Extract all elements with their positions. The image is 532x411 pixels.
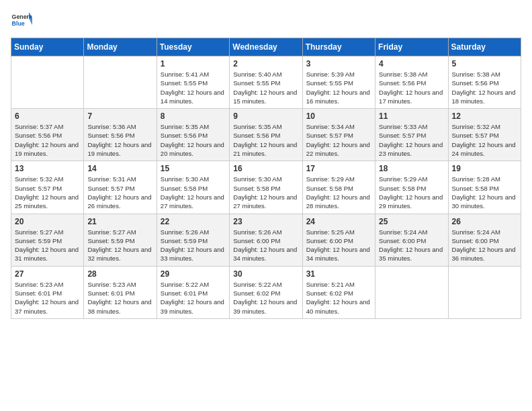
calendar-cell: 5Sunrise: 5:38 AMSunset: 5:56 PMDaylight… <box>448 56 521 109</box>
day-number: 21 <box>87 217 152 226</box>
calendar-week-row: 1Sunrise: 5:41 AMSunset: 5:55 PMDaylight… <box>11 56 521 109</box>
calendar-cell: 10Sunrise: 5:34 AMSunset: 5:57 PMDayligh… <box>302 109 375 161</box>
logo-icon: General Blue <box>11 11 32 30</box>
day-info: Sunrise: 5:24 AMSunset: 6:00 PMDaylight:… <box>379 228 444 263</box>
day-info: Sunrise: 5:27 AMSunset: 5:59 PMDaylight:… <box>15 228 80 263</box>
day-number: 22 <box>161 217 226 226</box>
calendar-cell: 16Sunrise: 5:30 AMSunset: 5:58 PMDayligh… <box>230 161 302 214</box>
calendar-cell: 20Sunrise: 5:27 AMSunset: 5:59 PMDayligh… <box>11 214 84 266</box>
day-number: 12 <box>452 111 517 121</box>
calendar-cell: 7Sunrise: 5:36 AMSunset: 5:56 PMDaylight… <box>84 109 157 161</box>
day-number: 4 <box>379 59 444 68</box>
column-header-tuesday: Tuesday <box>157 38 229 56</box>
day-number: 29 <box>161 269 226 279</box>
day-info: Sunrise: 5:23 AMSunset: 6:01 PMDaylight:… <box>15 280 80 316</box>
calendar-cell: 13Sunrise: 5:32 AMSunset: 5:57 PMDayligh… <box>11 161 84 214</box>
day-info: Sunrise: 5:24 AMSunset: 6:00 PMDaylight:… <box>452 228 517 263</box>
day-number: 1 <box>161 59 226 68</box>
day-info: Sunrise: 5:26 AMSunset: 6:00 PMDaylight:… <box>233 228 298 263</box>
day-info: Sunrise: 5:25 AMSunset: 6:00 PMDaylight:… <box>306 228 371 263</box>
day-number: 28 <box>87 269 152 279</box>
calendar-cell: 8Sunrise: 5:35 AMSunset: 5:56 PMDaylight… <box>157 109 229 161</box>
day-info: Sunrise: 5:27 AMSunset: 5:59 PMDaylight:… <box>87 228 152 263</box>
day-number: 15 <box>161 164 226 173</box>
logo: General Blue <box>11 11 32 30</box>
calendar-week-row: 20Sunrise: 5:27 AMSunset: 5:59 PMDayligh… <box>11 214 521 266</box>
day-info: Sunrise: 5:40 AMSunset: 5:55 PMDaylight:… <box>233 70 298 105</box>
calendar-table: SundayMondayTuesdayWednesdayThursdayFrid… <box>11 38 521 319</box>
day-info: Sunrise: 5:32 AMSunset: 5:57 PMDaylight:… <box>15 175 80 210</box>
day-info: Sunrise: 5:31 AMSunset: 5:57 PMDaylight:… <box>87 175 152 210</box>
day-number: 10 <box>306 111 371 121</box>
day-info: Sunrise: 5:41 AMSunset: 5:55 PMDaylight:… <box>161 70 226 105</box>
day-info: Sunrise: 5:33 AMSunset: 5:57 PMDaylight:… <box>379 122 444 158</box>
day-number: 9 <box>233 111 298 121</box>
calendar-week-row: 6Sunrise: 5:37 AMSunset: 5:56 PMDaylight… <box>11 109 521 161</box>
calendar-header-row: SundayMondayTuesdayWednesdayThursdayFrid… <box>11 38 521 56</box>
calendar-cell: 24Sunrise: 5:25 AMSunset: 6:00 PMDayligh… <box>302 214 375 266</box>
day-number: 25 <box>379 217 444 226</box>
page-header: General Blue <box>11 11 521 30</box>
day-number: 7 <box>87 111 152 121</box>
day-info: Sunrise: 5:30 AMSunset: 5:58 PMDaylight:… <box>233 175 298 210</box>
day-number: 26 <box>452 217 517 226</box>
calendar-cell <box>375 266 448 318</box>
calendar-cell: 3Sunrise: 5:39 AMSunset: 5:55 PMDaylight… <box>302 56 375 109</box>
day-info: Sunrise: 5:39 AMSunset: 5:55 PMDaylight:… <box>306 70 371 105</box>
calendar-cell: 30Sunrise: 5:22 AMSunset: 6:02 PMDayligh… <box>230 266 302 318</box>
calendar-cell: 18Sunrise: 5:29 AMSunset: 5:58 PMDayligh… <box>375 161 448 214</box>
calendar-cell: 21Sunrise: 5:27 AMSunset: 5:59 PMDayligh… <box>84 214 157 266</box>
day-info: Sunrise: 5:21 AMSunset: 6:02 PMDaylight:… <box>306 280 371 316</box>
calendar-cell: 6Sunrise: 5:37 AMSunset: 5:56 PMDaylight… <box>11 109 84 161</box>
calendar-cell: 2Sunrise: 5:40 AMSunset: 5:55 PMDaylight… <box>230 56 302 109</box>
calendar-cell: 11Sunrise: 5:33 AMSunset: 5:57 PMDayligh… <box>375 109 448 161</box>
calendar-cell: 28Sunrise: 5:23 AMSunset: 6:01 PMDayligh… <box>84 266 157 318</box>
calendar-week-row: 13Sunrise: 5:32 AMSunset: 5:57 PMDayligh… <box>11 161 521 214</box>
svg-marker-3 <box>29 19 32 26</box>
day-number: 16 <box>233 164 298 173</box>
day-info: Sunrise: 5:29 AMSunset: 5:58 PMDaylight:… <box>306 175 371 210</box>
calendar-cell: 4Sunrise: 5:38 AMSunset: 5:56 PMDaylight… <box>375 56 448 109</box>
calendar-cell <box>84 56 157 109</box>
day-info: Sunrise: 5:37 AMSunset: 5:56 PMDaylight:… <box>15 122 80 158</box>
calendar-cell: 9Sunrise: 5:35 AMSunset: 5:56 PMDaylight… <box>230 109 302 161</box>
day-number: 13 <box>15 164 80 173</box>
calendar-cell: 22Sunrise: 5:26 AMSunset: 5:59 PMDayligh… <box>157 214 229 266</box>
day-number: 3 <box>306 59 371 68</box>
column-header-saturday: Saturday <box>448 38 521 56</box>
day-info: Sunrise: 5:26 AMSunset: 5:59 PMDaylight:… <box>161 228 226 263</box>
day-number: 31 <box>306 269 371 279</box>
calendar-week-row: 27Sunrise: 5:23 AMSunset: 6:01 PMDayligh… <box>11 266 521 318</box>
calendar-cell: 25Sunrise: 5:24 AMSunset: 6:00 PMDayligh… <box>375 214 448 266</box>
day-number: 18 <box>379 164 444 173</box>
day-number: 20 <box>15 217 80 226</box>
day-number: 19 <box>452 164 517 173</box>
calendar-cell: 19Sunrise: 5:28 AMSunset: 5:58 PMDayligh… <box>448 161 521 214</box>
calendar-cell: 17Sunrise: 5:29 AMSunset: 5:58 PMDayligh… <box>302 161 375 214</box>
day-info: Sunrise: 5:23 AMSunset: 6:01 PMDaylight:… <box>87 280 152 316</box>
calendar-cell: 14Sunrise: 5:31 AMSunset: 5:57 PMDayligh… <box>84 161 157 214</box>
column-header-wednesday: Wednesday <box>230 38 302 56</box>
day-info: Sunrise: 5:38 AMSunset: 5:56 PMDaylight:… <box>379 70 444 105</box>
day-number: 30 <box>233 269 298 279</box>
day-info: Sunrise: 5:38 AMSunset: 5:56 PMDaylight:… <box>452 70 517 105</box>
calendar-cell: 23Sunrise: 5:26 AMSunset: 6:00 PMDayligh… <box>230 214 302 266</box>
day-info: Sunrise: 5:28 AMSunset: 5:58 PMDaylight:… <box>452 175 517 210</box>
day-info: Sunrise: 5:36 AMSunset: 5:56 PMDaylight:… <box>87 122 152 158</box>
calendar-cell: 15Sunrise: 5:30 AMSunset: 5:58 PMDayligh… <box>157 161 229 214</box>
day-number: 14 <box>87 164 152 173</box>
day-number: 17 <box>306 164 371 173</box>
day-number: 11 <box>379 111 444 121</box>
day-info: Sunrise: 5:30 AMSunset: 5:58 PMDaylight:… <box>161 175 226 210</box>
day-number: 24 <box>306 217 371 226</box>
column-header-monday: Monday <box>84 38 157 56</box>
calendar-cell <box>448 266 521 318</box>
calendar-cell: 1Sunrise: 5:41 AMSunset: 5:55 PMDaylight… <box>157 56 229 109</box>
calendar-cell: 29Sunrise: 5:22 AMSunset: 6:01 PMDayligh… <box>157 266 229 318</box>
day-number: 8 <box>161 111 226 121</box>
day-info: Sunrise: 5:35 AMSunset: 5:56 PMDaylight:… <box>233 122 298 158</box>
column-header-sunday: Sunday <box>11 38 84 56</box>
calendar-cell: 26Sunrise: 5:24 AMSunset: 6:00 PMDayligh… <box>448 214 521 266</box>
day-info: Sunrise: 5:35 AMSunset: 5:56 PMDaylight:… <box>161 122 226 158</box>
day-info: Sunrise: 5:32 AMSunset: 5:57 PMDaylight:… <box>452 122 517 158</box>
